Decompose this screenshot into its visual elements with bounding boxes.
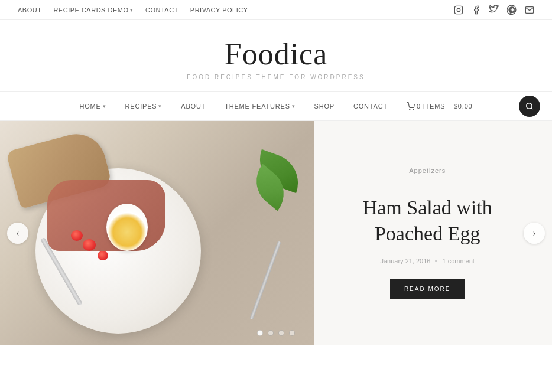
site-tagline: FOOD RECIPES THEME FOR WORDPRESS bbox=[0, 74, 552, 80]
main-nav-home[interactable]: HOME ▾ bbox=[70, 92, 116, 120]
slider-prev-button[interactable]: ‹ bbox=[7, 223, 28, 244]
top-nav-about[interactable]: ABOUT bbox=[18, 6, 41, 14]
hero-divider bbox=[418, 185, 436, 185]
pinterest-icon[interactable] bbox=[507, 5, 517, 15]
slider-dot-4[interactable] bbox=[289, 330, 295, 336]
svg-point-2 bbox=[460, 7, 461, 8]
top-nav-privacy[interactable]: PRIVACY POLICY bbox=[190, 6, 248, 14]
hero-meta: January 21, 2016 1 comment bbox=[380, 257, 474, 264]
main-nav-cart[interactable]: 0 ITEMS – $0.00 bbox=[397, 92, 482, 120]
meta-separator bbox=[435, 260, 437, 262]
svg-point-3 bbox=[410, 109, 410, 109]
hero-slider: ‹ Appetizers Ham Salad with Poached Egg … bbox=[0, 121, 552, 345]
twitter-icon[interactable] bbox=[489, 5, 499, 15]
read-more-button[interactable]: READ MORE bbox=[390, 279, 465, 299]
hero-title: Ham Salad with Poached Egg bbox=[326, 195, 528, 247]
main-nav-theme-features[interactable]: THEME FEATURES ▾ bbox=[215, 92, 304, 120]
site-title[interactable]: Foodica bbox=[0, 37, 552, 71]
theme-features-dropdown-arrow: ▾ bbox=[292, 103, 296, 109]
slider-dots bbox=[257, 330, 295, 336]
top-nav-recipe-cards[interactable]: RECIPE CARDS DEMO ▾ bbox=[53, 6, 134, 14]
hero-date: January 21, 2016 bbox=[380, 257, 430, 264]
home-dropdown-arrow: ▾ bbox=[103, 103, 106, 109]
hero-comments: 1 comment bbox=[442, 257, 474, 264]
main-nav-contact[interactable]: CONTACT bbox=[344, 92, 397, 120]
food-image bbox=[0, 121, 314, 345]
hero-content: Appetizers Ham Salad with Poached Egg Ja… bbox=[314, 121, 552, 345]
instagram-icon[interactable] bbox=[454, 5, 463, 15]
main-navigation: HOME ▾ RECIPES ▾ ABOUT THEME FEATURES ▾ … bbox=[0, 92, 552, 121]
slider-dot-2[interactable] bbox=[268, 330, 274, 336]
hero-image bbox=[0, 121, 314, 345]
top-nav-links: ABOUT RECIPE CARDS DEMO ▾ CONTACT PRIVAC… bbox=[18, 6, 248, 14]
top-navigation: ABOUT RECIPE CARDS DEMO ▾ CONTACT PRIVAC… bbox=[0, 0, 552, 20]
main-nav-shop[interactable]: SHOP bbox=[305, 92, 344, 120]
social-icons bbox=[454, 5, 534, 15]
facebook-icon[interactable] bbox=[472, 5, 481, 15]
logo-area: Foodica FOOD RECIPES THEME FOR WORDPRESS bbox=[0, 20, 552, 92]
slider-dot-3[interactable] bbox=[278, 330, 284, 336]
svg-line-6 bbox=[531, 107, 533, 109]
tomato-3 bbox=[71, 230, 83, 241]
recipes-dropdown-arrow: ▾ bbox=[158, 103, 162, 109]
main-nav-recipes[interactable]: RECIPES ▾ bbox=[116, 92, 172, 120]
tomato-2 bbox=[98, 251, 108, 260]
recipe-cards-dropdown-arrow: ▾ bbox=[130, 7, 134, 13]
svg-point-1 bbox=[457, 8, 460, 11]
top-nav-contact[interactable]: CONTACT bbox=[145, 6, 178, 14]
tomato-1 bbox=[83, 239, 96, 251]
knife bbox=[250, 241, 282, 320]
email-icon[interactable] bbox=[525, 5, 534, 15]
main-nav-links: HOME ▾ RECIPES ▾ ABOUT THEME FEATURES ▾ … bbox=[70, 92, 482, 120]
meat-pile bbox=[47, 180, 165, 251]
svg-rect-0 bbox=[454, 6, 462, 14]
svg-point-5 bbox=[527, 103, 532, 108]
search-button[interactable] bbox=[519, 96, 540, 117]
egg bbox=[106, 204, 148, 251]
main-nav-about[interactable]: ABOUT bbox=[171, 92, 215, 120]
slider-dot-1[interactable] bbox=[257, 330, 263, 336]
svg-point-4 bbox=[413, 109, 414, 109]
cart-icon bbox=[407, 102, 415, 110]
slider-next-button[interactable]: › bbox=[524, 223, 545, 244]
hero-category: Appetizers bbox=[409, 167, 446, 174]
